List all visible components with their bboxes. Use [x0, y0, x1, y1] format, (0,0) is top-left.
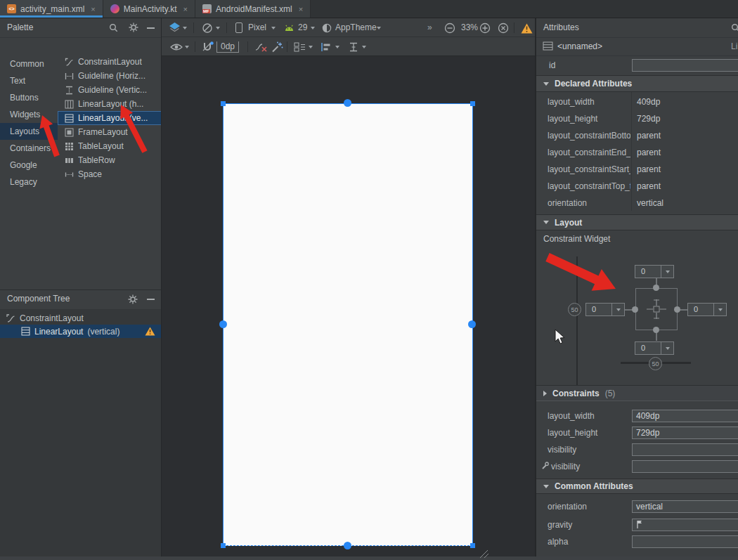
palette-category-google[interactable]: Google: [0, 157, 58, 174]
section-common-attributes[interactable]: Common Attributes: [536, 478, 738, 494]
palette-category-common[interactable]: Common: [0, 56, 58, 72]
selection-handle-top-left[interactable]: [221, 101, 226, 106]
attr-value[interactable]: parent: [637, 127, 661, 144]
attr-value[interactable]: vertical: [637, 195, 663, 211]
constraint-anchor-bottom[interactable]: [344, 542, 351, 549]
margin-left-dropdown[interactable]: 0: [585, 303, 625, 316]
tree-item-linearlayout-vertical[interactable]: LinearLayout(vertical): [0, 325, 162, 338]
margin-top-dropdown[interactable]: 0: [635, 265, 674, 278]
default-margin-selector[interactable]: 0dp: [216, 41, 239, 53]
widget-anchor-left[interactable]: [632, 306, 638, 313]
visibility-input[interactable]: [632, 443, 738, 456]
horizontal-bias-value[interactable]: 50: [649, 357, 662, 370]
margin-bottom-dropdown[interactable]: 0: [635, 341, 674, 355]
orientation-input[interactable]: vertical: [632, 500, 738, 513]
warning-icon[interactable]: [521, 23, 533, 34]
close-icon[interactable]: [299, 5, 303, 13]
chevron-down-icon[interactable]: [185, 46, 189, 48]
attr-value[interactable]: 409dp: [637, 93, 660, 110]
alpha-input[interactable]: [632, 535, 738, 548]
layout-height-input[interactable]: 729dp: [632, 426, 738, 439]
widget-anchor-bottom[interactable]: [653, 327, 659, 333]
palette-item-space[interactable]: Space: [58, 167, 162, 181]
chevron-down-icon[interactable]: [183, 27, 187, 30]
gravity-input[interactable]: [632, 519, 738, 531]
vertical-bias-value[interactable]: 50: [568, 303, 581, 316]
palette-item-framelayout[interactable]: FrameLayout: [58, 125, 162, 139]
section-declared-attributes[interactable]: Declared Attributes: [536, 75, 738, 92]
chevron-down-icon[interactable]: [309, 46, 313, 48]
vertical-bias-slider[interactable]: [576, 256, 578, 390]
view-options-eye-icon[interactable]: [170, 43, 183, 51]
tab-activity-main-xml[interactable]: activity_main.xml: [0, 0, 103, 18]
search-icon[interactable]: [109, 23, 118, 32]
palette-item-guideline-vertical[interactable]: Guideline (Vertic...: [58, 83, 162, 97]
gear-icon[interactable]: [128, 294, 138, 304]
infer-constraints-wand-icon[interactable]: [271, 41, 283, 53]
tab-androidmanifest-xml[interactable]: AndroidManifest.xml: [195, 0, 311, 18]
zoom-to-fit-icon[interactable]: [498, 22, 509, 34]
palette-category-widgets[interactable]: Widgets: [0, 106, 58, 123]
design-artboard-linearlayout[interactable]: [223, 103, 473, 546]
chevron-down-icon[interactable]: [271, 27, 276, 30]
widget-anchor-top[interactable]: [653, 285, 659, 291]
attr-value[interactable]: parent: [637, 161, 661, 178]
api-level-selector[interactable]: 29: [298, 18, 307, 37]
constraint-anchor-top[interactable]: [344, 99, 351, 107]
selection-handle-top-right[interactable]: [470, 101, 475, 106]
toolbar-separator: [195, 41, 195, 52]
theme-selector[interactable]: AppTheme: [335, 18, 377, 37]
tools-visibility-input[interactable]: [632, 460, 738, 473]
gear-icon[interactable]: [129, 22, 138, 32]
layers-icon[interactable]: [169, 22, 181, 34]
zoom-out-icon[interactable]: [444, 22, 455, 34]
widget-anchor-right[interactable]: [674, 306, 680, 313]
tab-mainactivity-kt[interactable]: MainActivity.kt: [103, 0, 195, 18]
palette-category-layouts[interactable]: Layouts: [0, 123, 58, 140]
id-input[interactable]: [632, 59, 738, 72]
tree-item-constraintlayout[interactable]: ConstraintLayout: [0, 311, 162, 325]
chevron-down-icon[interactable]: [216, 27, 220, 30]
palette-category-buttons[interactable]: Buttons: [0, 89, 58, 106]
minimize-icon[interactable]: [147, 299, 155, 300]
selection-handle-bottom-right[interactable]: [470, 543, 475, 548]
align-icon[interactable]: [321, 42, 332, 52]
clear-constraints-icon[interactable]: [254, 42, 268, 52]
constraint-anchor-left[interactable]: [219, 320, 227, 328]
palette-category-legacy[interactable]: Legacy: [0, 174, 58, 190]
widget-center-constraints-icon[interactable]: [644, 297, 669, 322]
distribute-icon[interactable]: [349, 42, 358, 52]
layout-width-input[interactable]: 409dp: [632, 410, 738, 422]
orientation-icon[interactable]: [202, 22, 213, 34]
close-icon[interactable]: [91, 5, 95, 13]
chevron-down-icon[interactable]: [377, 27, 381, 30]
pack-icon[interactable]: [294, 42, 306, 52]
attr-value[interactable]: parent: [637, 178, 661, 195]
palette-item-linearlayout-horizontal[interactable]: LinearLayout (h...: [58, 97, 162, 111]
chevron-down-icon[interactable]: [311, 27, 315, 30]
chevron-down-icon[interactable]: [362, 46, 366, 48]
constraint-anchor-right[interactable]: [468, 320, 476, 328]
device-selector[interactable]: Pixel: [248, 18, 266, 37]
minimize-icon[interactable]: [147, 27, 155, 29]
section-layout[interactable]: Layout: [536, 214, 738, 230]
palette-item-guideline-horizontal[interactable]: Guideline (Horiz...: [58, 69, 162, 83]
selection-handle-bottom-left[interactable]: [221, 543, 226, 548]
margin-right-dropdown[interactable]: 0: [687, 303, 727, 316]
zoom-in-icon[interactable]: [479, 22, 491, 34]
palette-item-linearlayout-vertical[interactable]: LinearLayout (ve...: [58, 111, 162, 125]
palette-item-tablerow[interactable]: TableRow: [58, 153, 162, 167]
attr-value[interactable]: 729dp: [637, 110, 660, 127]
toolbar-overflow-chevron[interactable]: »: [427, 18, 432, 37]
chevron-down-icon[interactable]: [335, 46, 339, 48]
search-icon[interactable]: [731, 23, 738, 32]
panel-divider[interactable]: [161, 18, 162, 556]
palette-item-tablelayout[interactable]: TableLayout: [58, 139, 162, 153]
palette-category-containers[interactable]: Containers: [0, 140, 58, 157]
palette-category-text[interactable]: Text: [0, 72, 58, 89]
close-icon[interactable]: [183, 5, 188, 13]
attr-value[interactable]: parent: [637, 144, 661, 161]
section-constraints[interactable]: Constraints (5): [536, 385, 738, 401]
palette-item-constraintlayout[interactable]: ConstraintLayout: [58, 55, 162, 69]
autoconnect-magnet-icon[interactable]: [201, 41, 214, 53]
